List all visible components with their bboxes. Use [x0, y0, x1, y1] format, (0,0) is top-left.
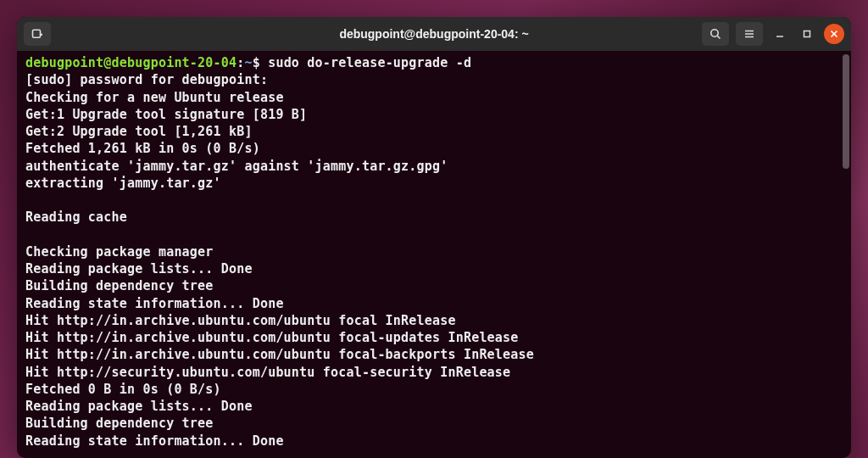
output-line: Reading package lists... Done: [25, 260, 843, 277]
output-line: Hit http://security.ubuntu.com/ubuntu fo…: [25, 364, 843, 381]
output-line: Fetched 0 B in 0s (0 B/s): [25, 381, 843, 398]
svg-point-3: [711, 30, 718, 36]
output-line: Hit http://in.archive.ubuntu.com/ubuntu …: [25, 346, 843, 363]
search-icon: [709, 27, 722, 41]
output-line: Reading cache: [25, 209, 843, 226]
titlebar-left-controls: [24, 22, 51, 46]
terminal-content[interactable]: debugpoint@debugpoint-20-04:~$ sudo do-r…: [17, 51, 851, 458]
output-lines: [sudo] password for debugpoint:Checking …: [25, 71, 843, 458]
titlebar: debugpoint@debugpoint-20-04: ~: [17, 17, 851, 51]
output-line: Reading package lists... Done: [25, 398, 843, 415]
output-line: Reading state information... Done: [25, 295, 843, 312]
output-line: Checking for a new Ubuntu release: [25, 89, 843, 106]
output-line: Building dependency tree: [25, 415, 843, 432]
output-line: [sudo] password for debugpoint:: [25, 71, 843, 88]
close-button[interactable]: [824, 24, 844, 44]
menu-button[interactable]: [736, 22, 763, 46]
prompt-path: ~: [244, 55, 252, 70]
output-line: Hit http://in.archive.ubuntu.com/ubuntu …: [25, 312, 843, 329]
maximize-icon: [802, 29, 812, 39]
output-line: extracting 'jammy.tar.gz': [25, 175, 843, 192]
output-line: Fetched 1,261 kB in 0s (0 B/s): [25, 140, 843, 157]
window-title: debugpoint@debugpoint-20-04: ~: [339, 27, 528, 41]
output-line: Checking package manager: [25, 243, 843, 260]
output-line: Get:2 Upgrade tool [1,261 kB]: [25, 123, 843, 140]
output-line: [25, 226, 843, 243]
output-line: Hit http://in.archive.ubuntu.com/ubuntu …: [25, 329, 843, 346]
hamburger-icon: [743, 27, 756, 41]
scrollbar-thumb[interactable]: [843, 54, 849, 169]
prompt-symbol: $: [253, 55, 260, 70]
output-line: [25, 192, 843, 209]
titlebar-right-controls: [702, 22, 844, 46]
minimize-icon: [775, 29, 785, 39]
prompt-line: debugpoint@debugpoint-20-04:~$ sudo do-r…: [25, 54, 843, 71]
svg-line-4: [717, 36, 720, 38]
output-line: Building dependency tree: [25, 277, 843, 294]
output-line: Reading state information... Done: [25, 433, 843, 450]
close-icon: [830, 30, 838, 38]
new-tab-button[interactable]: [24, 22, 51, 46]
output-line: [25, 450, 843, 458]
svg-rect-9: [804, 31, 810, 37]
search-button[interactable]: [702, 22, 729, 46]
output-line: authenticate 'jammy.tar.gz' against 'jam…: [25, 158, 843, 175]
output-line: Get:1 Upgrade tool signature [819 B]: [25, 106, 843, 123]
svg-rect-0: [33, 30, 41, 37]
new-tab-icon: [31, 27, 44, 41]
minimize-button[interactable]: [770, 24, 790, 44]
terminal-window: debugpoint@debugpoint-20-04: ~: [17, 17, 851, 458]
prompt-user-host: debugpoint@debugpoint-20-04: [25, 55, 236, 70]
maximize-button[interactable]: [797, 24, 817, 44]
command-text: sudo do-release-upgrade -d: [268, 55, 471, 70]
